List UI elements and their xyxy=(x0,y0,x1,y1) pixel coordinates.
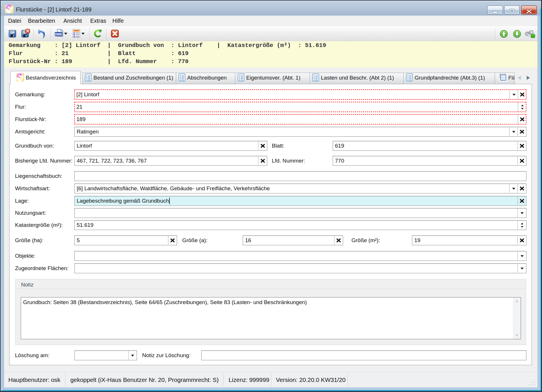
svg-text:DMS: DMS xyxy=(55,33,62,36)
